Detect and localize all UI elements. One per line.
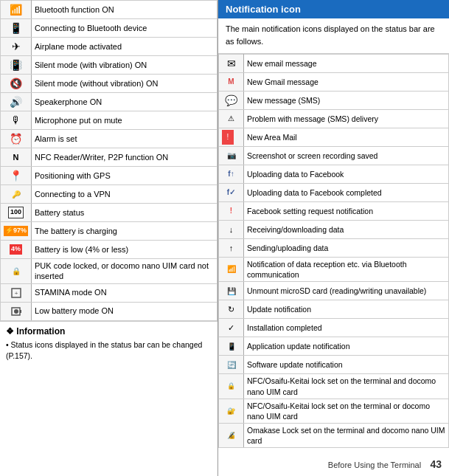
svg-text:+: + [14,290,18,297]
lowbatt-icon [4,304,28,319]
row-text: Microphone put on mute [32,111,217,130]
row-text: Problem with message (SMS) delivery [244,110,449,128]
row-text: Connecting to a VPN [32,185,217,204]
fb-request-icon: ! [222,204,240,218]
nfc-lock-or-icon: 🔐 [222,404,240,418]
bt-notif-icon: 📶 [222,262,240,277]
sms-fail-icon: ⚠ [222,111,240,126]
info-section: Information • Status icons displayed in … [0,321,217,368]
table-row: 💬 New message (SMS) [219,92,449,110]
row-text: Application update notification [244,337,449,356]
silent-vib-icon: 📳 [4,58,28,72]
row-text: Uploading data to Facebook [244,165,449,184]
omakase-icon: 🔏 [222,428,240,443]
table-row: 🔒 NFC/Osaifu-Keitai lock set on the term… [219,374,449,399]
page-footer: Before Using the Terminal 43 [328,458,442,470]
row-text: New Gmail message [244,73,449,92]
row-text: Bluetooth function ON [32,1,217,19]
table-row: 🔄 Software update notification [219,356,449,374]
table-row: ✉ New email message [219,55,449,73]
table-row: 💾 Unmount microSD card (reading/writing … [219,282,449,300]
fb-upload-icon: f↑ [222,167,240,182]
row-text: New message (SMS) [244,92,449,110]
right-panel: Notification icon The main notification … [218,0,449,476]
bluetooth-icon: 📶 [4,2,28,17]
footer-page: 43 [430,458,442,470]
row-text: NFC/Osaifu-Keitai lock set on the termin… [244,374,449,399]
stamina-icon: + [4,286,28,300]
svg-rect-3 [20,310,21,313]
gmail-icon: M [222,75,240,89]
footer-label: Before Using the Terminal [328,461,421,469]
row-text: Silent mode (with vibration) ON [32,56,217,75]
table-row: f✓ Uploading data to Facebook completed [219,184,449,202]
row-text: Battery is low (4% or less) [32,241,217,259]
fb-done-icon: f✓ [222,185,240,200]
table-row: ↻ Update notification [219,300,449,319]
table-row: 📷 Screenshot or screen recording saved [219,147,449,165]
table-row: ✈ Airplane mode activated [1,38,217,56]
table-row: 100 Battery status [1,204,217,222]
row-text: Software update notification [244,356,449,374]
table-row: 🔊 Speakerphone ON [1,93,217,111]
sms-icon: 💬 [222,93,240,108]
table-row: ! New Area Mail [219,128,449,147]
row-text: Airplane mode activated [32,38,217,56]
row-text: Silent mode (without vibration) ON [32,75,217,93]
row-text: Notification of data reception etc. via … [244,258,449,282]
table-row: 🔑 Connecting to a VPN [1,185,217,204]
table-row: ↑ Sending/uploading data [219,239,449,258]
row-text: Facebook setting request notification [244,202,449,221]
row-text: Positioning with GPS [32,167,217,185]
table-row: 4% Battery is low (4% or less) [1,241,217,259]
nfc-icon: N [4,150,28,165]
table-row: 📱 Connecting to Bluetooth device [1,19,217,38]
info-title: Information [6,326,212,337]
table-row: M New Gmail message [219,73,449,92]
table-row: 📶 Bluetooth function ON [1,1,217,19]
download-icon: ↓ [222,222,240,237]
mic-mute-icon: 🎙 [4,113,28,128]
row-text: Uploading data to Facebook completed [244,184,449,202]
table-row: 📱 Application update notification [219,337,449,356]
battery97-icon: ⚡97% [4,224,28,238]
table-row: 🎙 Microphone put on mute [1,111,217,130]
row-text: Installation completed [244,319,449,337]
bluetooth-conn-icon: 📱 [4,21,28,35]
table-row: f↑ Uploading data to Facebook [219,165,449,184]
screenshot-icon: 📷 [222,148,240,163]
row-text: Omakase Lock set on the terminal and doc… [244,424,449,448]
row-text: Update notification [244,300,449,319]
update-icon: ↻ [222,302,240,317]
table-row: N NFC Reader/Writer, P2P function ON [1,148,217,167]
table-row: 🔏 Omakase Lock set on the terminal and d… [219,424,449,448]
table-row: Low battery mode ON [1,302,217,320]
alarm-icon: ⏰ [4,131,28,146]
table-row: 🔒 PUK code locked, or docomo nano UIM ca… [1,259,217,284]
sd-unmount-icon: 💾 [222,283,240,298]
left-panel: 📶 Bluetooth function ON 📱 Connecting to … [0,0,218,476]
table-row: 📳 Silent mode (with vibration) ON [1,56,217,75]
upload-icon: ↑ [222,241,240,255]
row-text: Screenshot or screen recording saved [244,147,449,165]
battery100-icon: 100 [4,205,28,220]
row-text: The battery is charging [32,222,217,241]
row-text: Connecting to Bluetooth device [32,19,217,38]
row-text: New email message [244,55,449,73]
row-text: Low battery mode ON [32,302,217,320]
info-text: • Status icons displayed in the status b… [6,339,212,363]
notification-description: The main notification icons displayed on… [218,18,449,54]
airplane-icon: ✈ [4,39,28,54]
gps-icon: 📍 [4,168,28,183]
table-row: ⏰ Alarm is set [1,130,217,148]
row-text: NFC Reader/Writer, P2P function ON [32,148,217,167]
notification-icon-header: Notification icon [218,0,449,18]
row-text: Sending/uploading data [244,239,449,258]
area-mail-icon: ! [222,130,234,145]
row-text: Alarm is set [32,130,217,148]
table-row: ↓ Receiving/downloading data [219,221,449,239]
email-icon: ✉ [222,56,240,71]
install-icon: ✓ [222,320,240,335]
row-text: New Area Mail [244,128,449,147]
svg-point-4 [14,309,18,314]
